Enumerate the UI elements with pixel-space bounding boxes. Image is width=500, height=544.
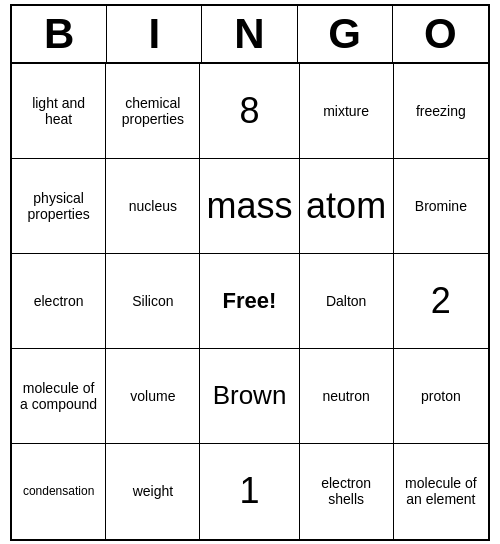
bingo-header: BINGO bbox=[12, 6, 488, 64]
header-letter-i: I bbox=[107, 6, 202, 62]
bingo-cell-8: atom bbox=[300, 159, 394, 254]
bingo-cell-4: freezing bbox=[394, 64, 488, 159]
bingo-cell-13: Dalton bbox=[300, 254, 394, 349]
bingo-cell-0: light and heat bbox=[12, 64, 106, 159]
bingo-cell-2: 8 bbox=[200, 64, 299, 159]
bingo-cell-11: Silicon bbox=[106, 254, 200, 349]
bingo-cell-17: Brown bbox=[200, 349, 299, 444]
bingo-cell-7: mass bbox=[200, 159, 299, 254]
header-letter-o: O bbox=[393, 6, 488, 62]
bingo-cell-15: molecule of a compound bbox=[12, 349, 106, 444]
bingo-cell-14: 2 bbox=[394, 254, 488, 349]
bingo-cell-12: Free! bbox=[200, 254, 299, 349]
bingo-cell-6: nucleus bbox=[106, 159, 200, 254]
bingo-cell-23: electron shells bbox=[300, 444, 394, 539]
bingo-cell-19: proton bbox=[394, 349, 488, 444]
bingo-cell-10: electron bbox=[12, 254, 106, 349]
bingo-cell-21: weight bbox=[106, 444, 200, 539]
bingo-cell-16: volume bbox=[106, 349, 200, 444]
header-letter-n: N bbox=[202, 6, 297, 62]
bingo-card: BINGO light and heatchemical properties8… bbox=[10, 4, 490, 541]
header-letter-g: G bbox=[298, 6, 393, 62]
bingo-cell-20: condensation bbox=[12, 444, 106, 539]
bingo-cell-1: chemical properties bbox=[106, 64, 200, 159]
header-letter-b: B bbox=[12, 6, 107, 62]
bingo-cell-24: molecule of an element bbox=[394, 444, 488, 539]
bingo-cell-18: neutron bbox=[300, 349, 394, 444]
bingo-cell-9: Bromine bbox=[394, 159, 488, 254]
bingo-grid: light and heatchemical properties8mixtur… bbox=[12, 64, 488, 539]
bingo-cell-3: mixture bbox=[300, 64, 394, 159]
bingo-cell-5: physical properties bbox=[12, 159, 106, 254]
bingo-cell-22: 1 bbox=[200, 444, 299, 539]
